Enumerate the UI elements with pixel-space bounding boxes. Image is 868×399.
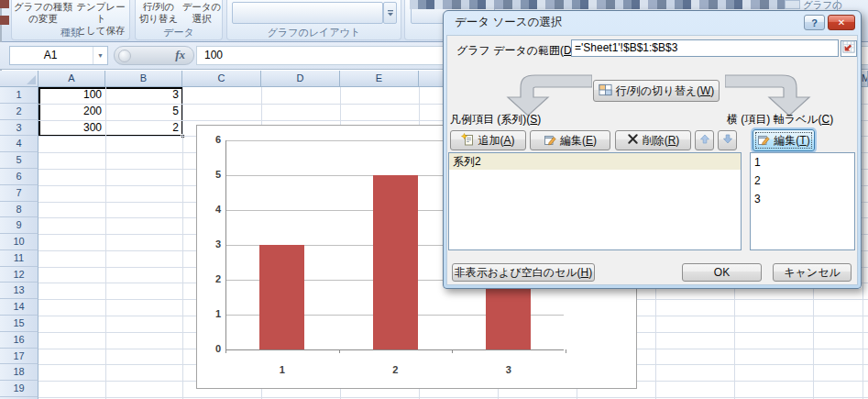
- delete-icon: [627, 133, 639, 148]
- row-header[interactable]: 12: [0, 267, 38, 283]
- ok-button[interactable]: OK: [682, 263, 762, 282]
- x-axis-tick-label: 3: [481, 364, 536, 375]
- row-header[interactable]: 1: [0, 87, 38, 104]
- bar[interactable]: [259, 245, 304, 349]
- gallery-more-icon: [387, 5, 394, 21]
- row-header[interactable]: 13: [0, 283, 38, 299]
- add-series-button[interactable]: 追加(A): [450, 130, 526, 150]
- edit-icon: [757, 133, 770, 149]
- category-list-item[interactable]: 3: [751, 190, 854, 208]
- add-icon: [461, 133, 474, 149]
- hidden-and-empty-cells-button[interactable]: 非表示および空白のセル(H): [452, 263, 595, 282]
- ribbon-group-type: グラフの種類 の変更 テンプレート として保存 種類: [11, 0, 130, 40]
- cell[interactable]: 200: [43, 104, 102, 119]
- ribbon-divider: [837, 0, 838, 10]
- cell[interactable]: 100: [43, 87, 102, 103]
- column-header[interactable]: E: [340, 71, 419, 87]
- y-axis-tick-label: 0: [203, 343, 221, 354]
- switch-row-column-ribbon-button[interactable]: 行/列の 切り替え: [137, 1, 180, 27]
- remove-series-button[interactable]: 削除(R): [615, 130, 691, 150]
- window-edge-artifact: [0, 16, 9, 25]
- edit-button-label: 編集(E): [560, 133, 597, 149]
- ribbon-group-chart-layouts: グラフのレイアウト: [226, 0, 401, 40]
- row-header[interactable]: 10: [0, 234, 38, 250]
- range-picker-button[interactable]: [841, 40, 857, 57]
- column-header[interactable]: A: [38, 71, 105, 87]
- gallery-scroll-buttons[interactable]: [785, 0, 800, 9]
- bar[interactable]: [373, 175, 418, 349]
- edit-category-button[interactable]: 編集(T): [753, 129, 815, 151]
- gridline: [182, 87, 183, 399]
- ribbon-group-label: データ: [136, 26, 222, 39]
- row-header[interactable]: 7: [0, 185, 38, 202]
- cell[interactable]: 2: [110, 120, 179, 136]
- category-list-item[interactable]: 1: [751, 153, 854, 172]
- row-header[interactable]: 16: [0, 332, 38, 349]
- arrow-up-icon: [700, 134, 709, 147]
- column-header[interactable]: D: [261, 71, 340, 87]
- series-list[interactable]: 系列2: [448, 152, 742, 250]
- save-as-template-button[interactable]: テンプレート として保存: [72, 1, 129, 27]
- row-header[interactable]: 8: [0, 202, 38, 218]
- curved-arrow-right-icon: [725, 70, 817, 117]
- row-header[interactable]: 2: [0, 104, 38, 120]
- y-axis-tick-label: 4: [203, 204, 221, 215]
- row-header[interactable]: 18: [0, 364, 38, 381]
- row-header[interactable]: 17: [0, 349, 38, 365]
- y-axis-tick-label: 5: [203, 169, 221, 180]
- cell[interactable]: 5: [110, 104, 179, 119]
- name-box-dropdown[interactable]: ▼: [93, 47, 107, 64]
- row-header[interactable]: 5: [0, 152, 38, 169]
- row-header[interactable]: 6: [0, 169, 38, 185]
- edit-series-button[interactable]: 編集(E): [530, 130, 610, 150]
- row-header[interactable]: 9: [0, 217, 38, 234]
- select-all-corner[interactable]: [0, 71, 38, 87]
- row-header[interactable]: 11: [0, 250, 38, 267]
- category-list-item[interactable]: 2: [751, 172, 854, 190]
- chart-data-range-input[interactable]: ='Sheet1'!$B$1:$B$3: [571, 39, 839, 57]
- select-data-ribbon-button[interactable]: データの 選択: [181, 1, 222, 27]
- switch-row-column-icon: [599, 83, 612, 99]
- series-list-item[interactable]: 系列2: [449, 153, 741, 170]
- hidden-cells-button-label: 非表示および空白のセル(H): [455, 265, 592, 281]
- name-box[interactable]: A1 ▼: [9, 46, 108, 65]
- column-header[interactable]: B: [105, 71, 182, 87]
- row-header[interactable]: 19: [0, 381, 38, 397]
- column-header[interactable]: M: [862, 71, 868, 87]
- arrow-down-icon: [723, 134, 732, 147]
- row-header[interactable]: 3: [0, 120, 38, 137]
- x-axis-tick-label: 1: [255, 364, 310, 375]
- legend-entries-label: 凡例項目 (系列)(S): [450, 112, 541, 127]
- column-header[interactable]: C: [182, 71, 261, 87]
- move-down-button[interactable]: [718, 130, 737, 150]
- add-button-label: 追加(A): [478, 133, 514, 149]
- dialog-title[interactable]: データ ソースの選択: [444, 11, 861, 35]
- change-chart-type-button[interactable]: グラフの種類 の変更: [14, 1, 72, 27]
- switch-row-column-button[interactable]: 行/列の切り替え(W): [593, 80, 720, 102]
- edit-icon: [544, 133, 556, 149]
- fx-icon[interactable]: fx: [175, 48, 185, 62]
- row-header[interactable]: 15: [0, 316, 38, 332]
- cancel-button[interactable]: キャンセル: [773, 263, 852, 282]
- x-axis-tick: [566, 349, 566, 353]
- close-button[interactable]: ✕: [828, 15, 855, 30]
- gallery-more-button[interactable]: [383, 2, 397, 24]
- help-button[interactable]: ?: [804, 15, 825, 30]
- move-up-button[interactable]: [695, 130, 714, 150]
- y-axis-tick-label: 2: [203, 273, 221, 284]
- y-axis-tick-label: 6: [203, 134, 221, 145]
- row-header[interactable]: 14: [0, 299, 38, 316]
- cell[interactable]: 3: [110, 87, 179, 103]
- cell[interactable]: 300: [43, 120, 102, 136]
- excel-window: グラフの種類 の変更 テンプレート として保存 種類 行/列の 切り替え データ…: [0, 0, 868, 399]
- bar[interactable]: [486, 280, 531, 349]
- x-axis-tick: [452, 349, 453, 353]
- insert-function-area[interactable]: fx: [114, 46, 194, 65]
- x-axis-tick-label: 2: [368, 364, 423, 375]
- curved-arrow-left-icon: [500, 70, 592, 117]
- chart-layout-gallery[interactable]: [232, 2, 383, 24]
- formula-bar-knob: [118, 50, 131, 62]
- category-list[interactable]: 123: [750, 152, 855, 250]
- row-header[interactable]: 4: [0, 136, 38, 152]
- name-box-value: A1: [10, 47, 91, 64]
